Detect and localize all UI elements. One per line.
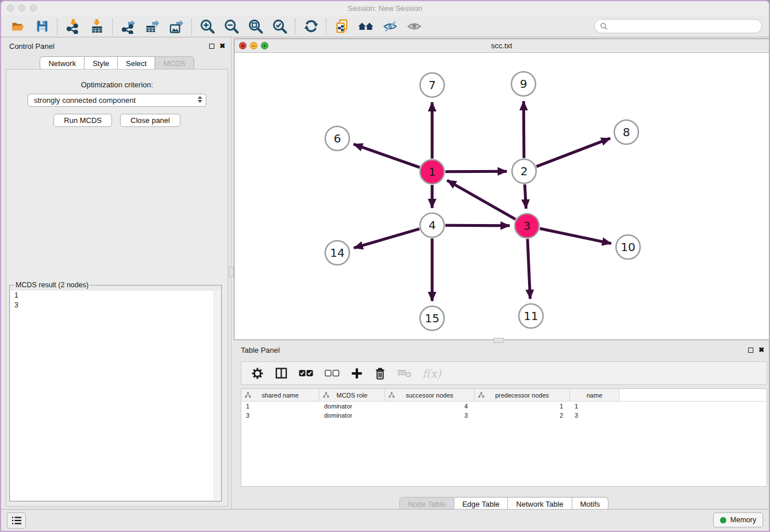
table-panel-title: Table Panel xyxy=(241,346,280,354)
close-window-button[interactable] xyxy=(7,5,14,11)
column-header-label: successor nodes xyxy=(406,392,453,399)
edge-2-8[interactable] xyxy=(536,138,610,167)
eye-slash-icon xyxy=(382,19,398,34)
close-panel-button[interactable]: Close panel xyxy=(120,114,180,127)
export-image-button[interactable] xyxy=(164,17,188,36)
deselect-all-columns-button[interactable] xyxy=(325,369,340,377)
node-2[interactable]: 2 xyxy=(512,159,536,183)
window-title: Session: New Session xyxy=(348,4,422,13)
scrollbar-track[interactable] xyxy=(214,291,221,500)
edge-3-10[interactable] xyxy=(540,229,611,244)
edge-2-3[interactable] xyxy=(525,184,526,209)
network-canvas-container[interactable]: 7968124314101511 xyxy=(234,52,769,340)
node-1[interactable]: 1 xyxy=(420,160,444,184)
float-panel-icon[interactable] xyxy=(209,44,214,49)
import-table-icon xyxy=(90,19,105,34)
node-8[interactable]: 8 xyxy=(614,120,638,144)
search-input[interactable] xyxy=(611,21,756,31)
edge-4-3[interactable] xyxy=(445,225,510,226)
apply-layout-button[interactable] xyxy=(299,17,323,36)
import-network-button[interactable] xyxy=(61,17,85,36)
node-15[interactable]: 15 xyxy=(420,306,444,330)
first-neighbors-button[interactable] xyxy=(354,17,378,36)
node-label: 10 xyxy=(621,240,635,254)
column-header-shared-name[interactable]: shared name xyxy=(241,389,319,401)
open-file-button[interactable] xyxy=(6,17,30,36)
network-canvas[interactable]: 7968124314101511 xyxy=(234,52,769,340)
node-11[interactable]: 11 xyxy=(519,304,543,328)
column-header-name[interactable]: name xyxy=(570,389,619,401)
search-box xyxy=(594,19,762,33)
clone-network-button[interactable] xyxy=(330,17,354,36)
edge-3-1[interactable] xyxy=(447,180,515,219)
delete-columns-button[interactable] xyxy=(374,367,386,380)
export-network-icon xyxy=(121,19,136,34)
edge-1-2[interactable] xyxy=(445,171,507,172)
export-image-icon xyxy=(169,19,184,34)
export-table-button[interactable] xyxy=(140,17,164,36)
save-session-button[interactable] xyxy=(30,17,54,36)
edge-4-14[interactable] xyxy=(354,229,419,248)
delete-table-button xyxy=(397,368,411,378)
tab-style[interactable]: Style xyxy=(84,56,118,70)
node-label: 1 xyxy=(429,165,436,179)
node-6[interactable]: 6 xyxy=(325,126,349,151)
network-window-titlebar[interactable]: ✕ − + scc.txt xyxy=(234,39,769,53)
criterion-value: strongly connected component xyxy=(34,96,136,105)
edge-3-11[interactable] xyxy=(528,239,530,299)
toolbar-separator xyxy=(57,18,58,34)
maximize-network-button[interactable]: + xyxy=(261,42,268,49)
horizontal-splitter-handle[interactable] xyxy=(494,338,504,343)
hide-selected-button[interactable] xyxy=(378,17,402,36)
tab-mcds[interactable]: MCDS xyxy=(155,56,194,70)
node-3[interactable]: 3 xyxy=(515,214,539,238)
criterion-dropdown[interactable]: strongly connected component xyxy=(28,94,206,107)
zoom-selected-button[interactable] xyxy=(268,17,292,36)
memory-button[interactable]: Memory xyxy=(713,512,763,527)
column-header-successor-nodes[interactable]: successor nodes xyxy=(385,389,475,401)
cell-predecessor-nodes: 1 xyxy=(475,403,570,410)
zoom-in-button[interactable] xyxy=(195,17,220,36)
float-table-panel-icon[interactable] xyxy=(748,348,753,353)
select-all-columns-button[interactable] xyxy=(299,369,314,377)
zoom-window-button[interactable] xyxy=(30,5,37,11)
node-label: 14 xyxy=(330,246,344,260)
cell-successor-nodes: 3 xyxy=(385,412,475,419)
close-network-button[interactable]: ✕ xyxy=(239,42,247,49)
run-mcds-button[interactable]: Run MCDS xyxy=(53,114,112,127)
minimize-network-button[interactable]: − xyxy=(250,42,257,49)
split-view-button[interactable] xyxy=(275,367,288,380)
table-settings-button[interactable] xyxy=(251,367,264,380)
node-4[interactable]: 4 xyxy=(420,213,444,237)
add-column-button[interactable] xyxy=(351,367,363,380)
task-history-button[interactable] xyxy=(7,512,26,529)
column-header-predecessor-nodes[interactable]: predecessor nodes xyxy=(475,389,570,401)
show-all-button[interactable] xyxy=(402,17,426,36)
node-10[interactable]: 10 xyxy=(616,235,640,259)
node-14[interactable]: 14 xyxy=(325,241,349,265)
edge-1-6[interactable] xyxy=(353,144,419,167)
zoom-fit-button[interactable] xyxy=(244,17,268,36)
node-label: 6 xyxy=(334,132,341,145)
node-9[interactable]: 9 xyxy=(511,72,536,96)
close-panel-icon[interactable]: ✖ xyxy=(220,43,225,49)
export-network-button[interactable] xyxy=(116,17,140,36)
minimize-window-button[interactable] xyxy=(18,5,25,11)
memory-label: Memory xyxy=(730,516,756,524)
zoom-out-button[interactable] xyxy=(220,17,244,36)
node-7[interactable]: 7 xyxy=(420,73,444,97)
cell-shared-name: 1 xyxy=(241,403,319,410)
edge-2-9[interactable] xyxy=(523,101,524,158)
close-table-panel-icon[interactable]: ✖ xyxy=(759,347,764,353)
tab-select[interactable]: Select xyxy=(118,56,155,70)
column-header-MCDS-role[interactable]: MCDS role xyxy=(319,389,385,401)
tab-network[interactable]: Network xyxy=(40,56,84,70)
mcds-result-line: 3 xyxy=(10,300,221,310)
export-table-icon xyxy=(145,19,160,34)
import-table-button[interactable] xyxy=(85,17,109,36)
edges-layer xyxy=(353,101,611,301)
trash-icon xyxy=(374,367,386,380)
table-row[interactable]: 1dominator411 xyxy=(241,402,767,411)
vertical-splitter-handle[interactable] xyxy=(229,267,234,277)
table-row[interactable]: 3dominator323 xyxy=(241,411,767,420)
